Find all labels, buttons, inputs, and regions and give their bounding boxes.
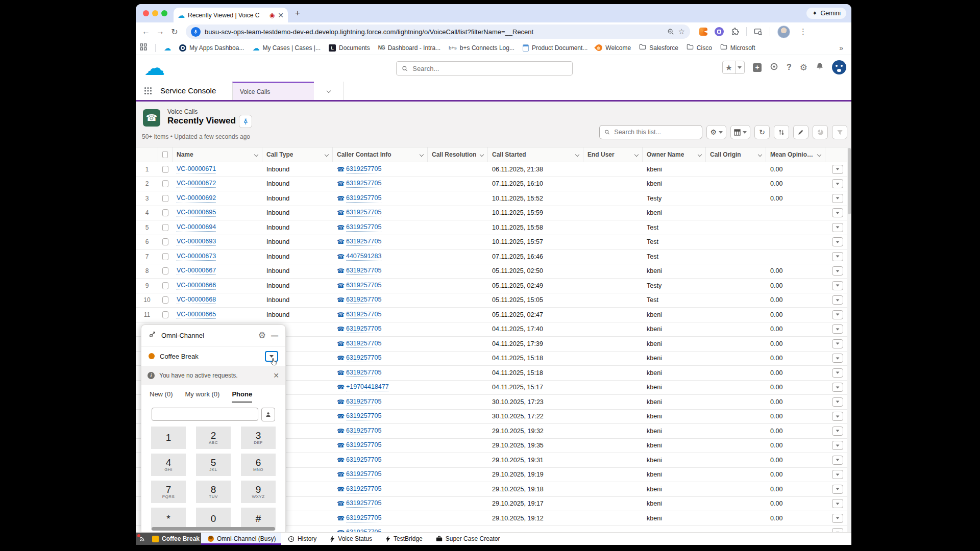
bookmark-item[interactable]: Salesforce [639, 44, 678, 52]
bookmark-item[interactable]: Welcome [596, 44, 631, 52]
notifications-bell-icon[interactable] [816, 62, 824, 72]
zoom-out-icon[interactable] [667, 28, 674, 35]
row-actions-button[interactable] [832, 281, 843, 290]
row-actions-button[interactable] [832, 165, 843, 174]
row-checkbox[interactable] [162, 209, 168, 216]
omni-tab-my-work[interactable]: My work (0) [185, 390, 220, 403]
caller-number-link[interactable]: 6319257705 [346, 499, 382, 508]
row-actions-button[interactable] [832, 252, 843, 261]
caller-number-link[interactable]: 6319257705 [346, 282, 382, 290]
quick-create-icon[interactable]: + [753, 63, 762, 72]
close-window-button[interactable] [143, 10, 149, 16]
chevron-down-icon[interactable] [634, 153, 639, 157]
utility-item-history[interactable]: History [281, 533, 323, 545]
dial-key[interactable]: 9WXYZ [241, 481, 276, 503]
column-header-owner-name[interactable]: Owner Name [643, 147, 706, 162]
screen-search-icon[interactable] [754, 28, 763, 36]
row-checkbox[interactable] [162, 166, 168, 173]
column-header-mean-opinion[interactable]: Mean Opinion ... [766, 147, 825, 162]
filter-button[interactable] [832, 125, 847, 139]
setup-gear-icon[interactable]: ⚙ [800, 63, 807, 72]
list-search-input[interactable] [613, 128, 697, 136]
bookmark-item[interactable]: Product Document... [523, 44, 587, 52]
column-header-caller-contact-info[interactable]: Caller Contact Info [333, 147, 428, 162]
row-actions-button[interactable] [832, 383, 843, 392]
caller-number-link[interactable]: 6319257705 [346, 238, 382, 246]
dial-key[interactable]: 4GHI [151, 454, 186, 476]
browser-menu-icon[interactable]: ⋮ [799, 27, 807, 36]
chevron-down-icon[interactable] [480, 153, 484, 157]
voice-call-link[interactable]: VC-00000666 [177, 282, 216, 290]
tab-voice-calls[interactable]: Voice Calls [232, 82, 314, 100]
row-checkbox[interactable] [162, 238, 168, 245]
bookmark-item[interactable]: ☁My Cases | Cases |... [252, 44, 321, 52]
caller-number-link[interactable]: 6319257705 [346, 529, 382, 532]
column-header-call-type[interactable]: Call Type [262, 147, 333, 162]
caller-number-link[interactable]: 6319257705 [346, 165, 382, 173]
bookmark-item[interactable]: Microsoft [720, 44, 755, 52]
row-actions-button[interactable] [832, 237, 843, 246]
address-bar[interactable]: busu-scv-ops-team-testdemo-dev-ed.develo… [186, 24, 690, 39]
help-icon[interactable]: ? [787, 63, 792, 72]
profile-avatar[interactable] [777, 26, 790, 38]
row-checkbox[interactable] [162, 180, 168, 187]
maximize-window-button[interactable] [161, 10, 167, 16]
chevron-down-icon[interactable] [817, 153, 821, 157]
user-avatar[interactable] [832, 60, 846, 74]
voice-call-link[interactable]: VC-00000665 [177, 311, 216, 319]
caller-number-link[interactable]: 6319257705 [346, 441, 382, 449]
voice-call-link[interactable]: VC-00000693 [177, 238, 216, 246]
row-actions-button[interactable] [832, 194, 843, 203]
list-view-controls-button[interactable]: ⚙ [706, 125, 726, 139]
horizontal-scrollbar[interactable] [152, 527, 275, 531]
bookmark-item[interactable]: My Apps Dashboa... [179, 44, 244, 52]
bookmark-item[interactable]: Cisco [687, 44, 712, 52]
caller-number-link[interactable]: 6319257705 [346, 194, 382, 203]
row-actions-button[interactable] [832, 310, 843, 319]
row-actions-button[interactable] [832, 339, 843, 348]
global-search[interactable] [396, 61, 573, 76]
reload-button[interactable]: ↻ [167, 27, 182, 37]
minimize-window-button[interactable] [152, 10, 158, 16]
row-checkbox[interactable] [162, 311, 168, 318]
caller-number-link[interactable]: 6319257705 [346, 369, 382, 377]
dial-key[interactable]: 2ABC [196, 427, 231, 449]
voice-call-link[interactable]: VC-00000672 [177, 180, 216, 188]
caller-number-link[interactable]: 6319257705 [346, 267, 382, 275]
caller-number-link[interactable]: 6319257705 [346, 223, 382, 232]
caller-number-link[interactable]: 6319257705 [346, 340, 382, 348]
caller-number-link[interactable]: 6319257705 [346, 398, 382, 406]
row-actions-button[interactable] [832, 485, 843, 494]
extensions-puzzle-icon[interactable] [731, 28, 739, 36]
mic-icon[interactable] [191, 27, 201, 37]
dial-key[interactable]: 8TUV [196, 481, 231, 503]
caller-number-link[interactable]: 6319257705 [346, 470, 382, 479]
dial-number-input[interactable] [152, 408, 258, 421]
apps-grid-icon[interactable] [140, 43, 147, 52]
chevron-down-icon[interactable] [420, 153, 424, 157]
vertical-scrollbar[interactable] [847, 147, 851, 532]
utility-item-coffee-break[interactable]: Coffee Break [136, 533, 201, 545]
dial-key[interactable]: 6MNO [241, 454, 276, 476]
row-actions-button[interactable] [832, 470, 843, 479]
add-contact-button[interactable] [261, 408, 275, 421]
caller-number-link[interactable]: 6319257705 [346, 427, 382, 435]
voice-call-link[interactable]: VC-00000695 [177, 209, 216, 217]
select-all-checkbox[interactable] [162, 151, 168, 158]
column-header-call-resolution[interactable]: Call Resolution [428, 147, 488, 162]
row-checkbox[interactable] [162, 282, 168, 289]
list-view-title[interactable]: Recently Viewed [167, 116, 236, 126]
charts-button[interactable] [813, 125, 828, 139]
column-header-name[interactable]: Name [173, 147, 262, 162]
back-button[interactable]: ← [139, 27, 153, 36]
caller-number-link[interactable]: 6319257705 [346, 412, 382, 420]
dial-key[interactable]: 1 [151, 427, 186, 449]
bookmark-item[interactable]: LDocuments [329, 44, 370, 52]
row-actions-button[interactable] [832, 324, 843, 334]
row-actions-button[interactable] [832, 266, 843, 276]
caller-number-link[interactable]: 6319257705 [346, 354, 382, 362]
bookmark-star-icon[interactable]: ☆ [678, 27, 685, 36]
chevron-down-icon[interactable] [575, 153, 579, 157]
row-actions-button[interactable] [832, 368, 843, 378]
row-actions-button[interactable] [832, 412, 843, 421]
